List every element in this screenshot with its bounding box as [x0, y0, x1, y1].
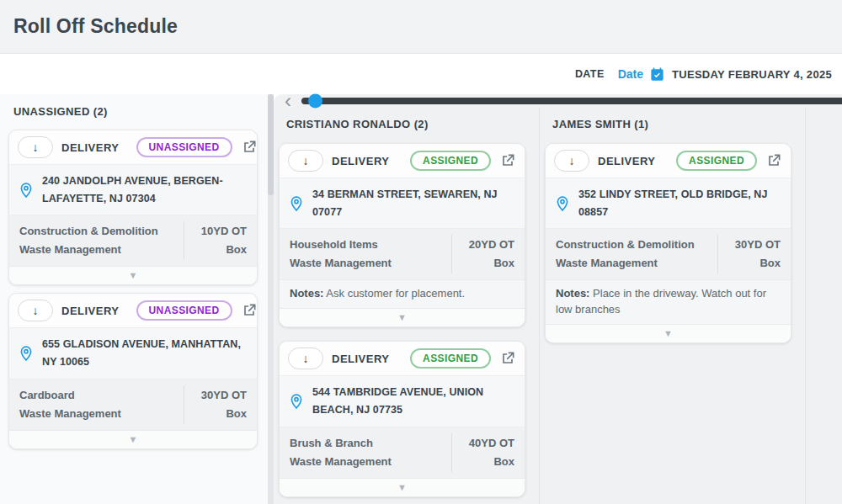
location-pin-icon [18, 181, 35, 199]
chevron-left-icon[interactable]: ‹ [281, 94, 295, 108]
location-pin-icon [554, 194, 571, 213]
job-address: 34 BERMAN STREET, SEWAREN, NJ 07077 [312, 186, 517, 220]
job-size: 10YD OT [195, 222, 247, 241]
job-address: 544 TAMBRIDGE AVENUE, UNION BEACH, NJ 07… [312, 384, 517, 418]
delivery-type-button[interactable]: ↓ [288, 150, 323, 172]
delivery-type-button[interactable]: ↓ [18, 300, 53, 321]
expand-chevron-icon: ▼ [129, 271, 138, 280]
card-expand-button[interactable]: ▼ [546, 325, 791, 342]
driver-column: CRISTIANO RONALDO (2) ↓ DELIVERY ASSIGNE… [274, 108, 540, 504]
down-arrow-icon: ↓ [33, 141, 39, 153]
job-size: 30YD OT [195, 386, 247, 405]
job-card-header: ↓ DELIVERY UNASSIGNED [9, 294, 257, 328]
job-material: Cardboard [19, 386, 173, 405]
job-notes-row: Notes: Place in the driveway. Watch out … [546, 280, 791, 325]
job-details-row: Brush & Branch Waste Management 40YD OT … [280, 427, 525, 479]
unassigned-panel: UNASSIGNED (2) ↓ DELIVERY UNASSIGNED 240… [0, 94, 268, 504]
expand-chevron-icon: ▼ [397, 313, 407, 322]
open-job-button[interactable] [499, 350, 516, 367]
job-details-row: Construction & Demolition Waste Manageme… [9, 215, 257, 267]
job-address-row: 240 JANDOLPH AVENUE, BERGEN-LAFAYETTE, N… [9, 165, 257, 215]
job-hauler: Waste Management [290, 453, 441, 471]
location-pin-icon [18, 344, 35, 363]
job-card-header: ↓ DELIVERY ASSIGNED [546, 144, 791, 178]
job-notes-row: Notes: Ask customer for placement. [280, 280, 525, 309]
open-job-button[interactable] [499, 152, 516, 169]
job-container: Box [195, 241, 247, 259]
expand-chevron-icon: ▼ [129, 435, 138, 444]
notes-label: Notes: [556, 287, 589, 300]
job-size: 40YD OT [462, 434, 514, 453]
open-job-button[interactable] [241, 302, 258, 319]
card-expand-button[interactable]: ▼ [9, 431, 257, 448]
job-address-row: 352 LINDY STREET, OLD BRIDGE, NJ 08857 [546, 178, 791, 229]
job-hauler: Waste Management [556, 254, 707, 273]
driver-column: JAMES SMITH (1) ↓ DELIVERY ASSIGNED [540, 108, 806, 504]
job-material: Household Items [290, 236, 441, 254]
job-type-label: DELIVERY [61, 141, 120, 154]
date-label: DATE [575, 68, 605, 80]
schedule-board: ‹ CRISTIANO RONALDO (2) ↓ DELIVERY [274, 94, 842, 504]
external-link-icon [765, 152, 782, 169]
status-badge: ASSIGNED [410, 348, 491, 369]
job-details-row: Construction & Demolition Waste Manageme… [546, 229, 791, 280]
job-type-label: DELIVERY [332, 155, 390, 167]
job-card-header: ↓ DELIVERY ASSIGNED [280, 342, 525, 376]
job-details-row: Cardboard Waste Management 30YD OT Box [9, 379, 257, 431]
job-card[interactable]: ↓ DELIVERY UNASSIGNED 240 JANDOLPH AVENU… [8, 130, 258, 285]
job-size: 30YD OT [728, 236, 781, 254]
date-link[interactable]: Date [618, 67, 643, 81]
board-scrollbar-handle[interactable] [308, 94, 322, 109]
external-link-icon [241, 139, 258, 156]
job-size: 20YD OT [462, 236, 514, 254]
job-container: Box [728, 254, 781, 273]
date-value: TUESDAY FEBRUARY 4, 2025 [672, 68, 832, 81]
job-container: Box [195, 405, 247, 423]
notes-text: Ask customer for placement. [326, 287, 465, 300]
open-job-button[interactable] [241, 139, 258, 156]
job-address-row: 655 GLADISON AVENUE, MANHATTAN, NY 10065 [9, 328, 257, 379]
job-card[interactable]: ↓ DELIVERY ASSIGNED 544 TAMBRIDGE AVENUE… [279, 341, 525, 496]
job-address-row: 34 BERMAN STREET, SEWAREN, NJ 07077 [280, 178, 525, 229]
expand-chevron-icon: ▼ [397, 483, 407, 492]
date-bar: DATE Date TUESDAY FEBRUARY 4, 2025 [0, 54, 842, 94]
job-material: Brush & Branch [290, 434, 441, 453]
next-driver-column-stub [806, 108, 842, 504]
notes-label: Notes: [290, 287, 323, 300]
page-title: Roll Off Schedule [13, 15, 178, 38]
down-arrow-icon: ↓ [303, 155, 309, 167]
job-card-header: ↓ DELIVERY UNASSIGNED [9, 130, 257, 165]
delivery-type-button[interactable]: ↓ [288, 347, 323, 369]
status-badge: UNASSIGNED [136, 300, 232, 321]
job-type-label: DELIVERY [332, 353, 390, 365]
status-badge: ASSIGNED [676, 151, 757, 171]
job-address-row: 544 TAMBRIDGE AVENUE, UNION BEACH, NJ 07… [280, 376, 525, 427]
sidebar-scrollbar[interactable] [268, 94, 274, 504]
job-card[interactable]: ↓ DELIVERY ASSIGNED 34 BERMAN STREET, SE… [279, 143, 525, 327]
job-address: 352 LINDY STREET, OLD BRIDGE, NJ 08857 [578, 186, 783, 220]
delivery-type-button[interactable]: ↓ [18, 136, 53, 158]
board-scrollbar-track[interactable] [301, 98, 842, 104]
external-link-icon [499, 350, 516, 367]
open-job-button[interactable] [765, 152, 782, 169]
card-expand-button[interactable]: ▼ [280, 309, 525, 326]
calendar-button[interactable] [649, 66, 665, 82]
job-card[interactable]: ↓ DELIVERY UNASSIGNED 655 GLADISON AVENU… [8, 293, 258, 448]
status-badge: ASSIGNED [410, 151, 491, 171]
job-container: Box [462, 453, 514, 471]
roll-off-schedule-app: Roll Off Schedule DATE Date TUESDAY FEBR… [0, 0, 842, 504]
job-card[interactable]: ↓ DELIVERY ASSIGNED 352 LINDY STREET, OL… [545, 143, 791, 343]
calendar-check-icon [649, 66, 665, 82]
card-expand-button[interactable]: ▼ [280, 479, 525, 496]
driver-column-title: CRISTIANO RONALDO (2) [286, 118, 525, 130]
driver-column-title: JAMES SMITH (1) [552, 118, 791, 130]
card-expand-button[interactable]: ▼ [9, 267, 257, 284]
down-arrow-icon: ↓ [303, 353, 309, 364]
delivery-type-button[interactable]: ↓ [554, 150, 589, 172]
job-hauler: Waste Management [19, 405, 173, 423]
job-material: Construction & Demolition [556, 236, 707, 254]
job-card-header: ↓ DELIVERY ASSIGNED [280, 144, 525, 178]
external-link-icon [499, 152, 516, 169]
sidebar-scrollbar-thumb[interactable] [268, 94, 274, 195]
location-pin-icon [288, 194, 305, 213]
